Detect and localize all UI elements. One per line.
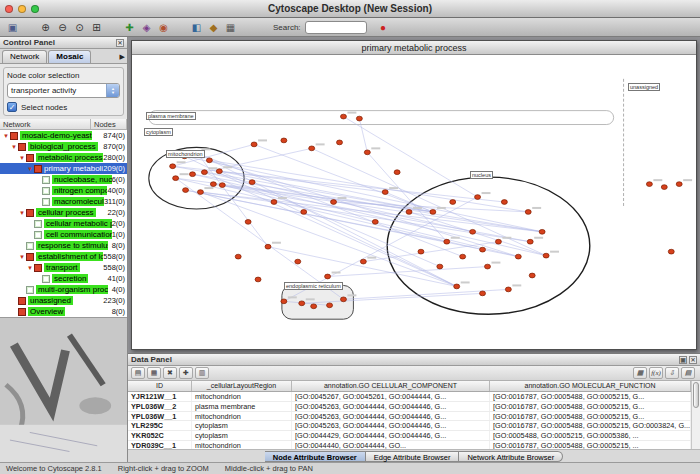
tree-row[interactable]: ▼ metabolic process 280(0) (0, 152, 127, 163)
tree-row[interactable]: nucleobase, nucleoside, nucleotide and n… (0, 174, 127, 185)
tree-row[interactable]: unassigned 223(0) (0, 295, 127, 306)
table-row[interactable]: YKR052C cytoplasm [GO:0044429, GO:004444… (128, 431, 691, 441)
file-icon[interactable]: ▤ (681, 367, 695, 379)
cell-component: [GO:0045263, GO:0044444, GO:0044446, G..… (292, 421, 490, 430)
formula-builder-icon[interactable]: f(x) (649, 367, 663, 379)
tree-row[interactable]: response to stimulus 8(0) (0, 240, 127, 251)
expand-arrow-icon[interactable]: ▼ (26, 265, 34, 271)
network-view-window[interactable]: primary metabolic process plasma membran… (131, 40, 697, 350)
tree-row[interactable]: macromolecule metabolic process 311(0) (0, 196, 127, 207)
close-control-panel-icon[interactable]: ✕ (116, 39, 124, 47)
tree-node-count: 8(0) (112, 307, 127, 316)
column-header-id[interactable]: ID (128, 381, 192, 391)
scrollbar-thumb[interactable] (693, 382, 699, 408)
import-attributes-icon[interactable]: ⇩ (665, 367, 679, 379)
table-row[interactable]: YLR295C cytoplasm [GO:0045263, GO:004444… (128, 421, 691, 431)
rename-attribute-icon[interactable]: ✚ (179, 367, 193, 379)
tree-row[interactable]: ▼ establishment of localization 558(0) (0, 251, 127, 262)
tree-row[interactable]: cell communication 1(0) (0, 229, 127, 240)
grid-icon[interactable]: ▦ (222, 19, 239, 35)
column-header-region[interactable]: _cellularLayoutRegion (192, 381, 292, 391)
tree-row[interactable]: ▼ mosaic-demo-yeast 874(0) (0, 130, 127, 141)
tree-row[interactable]: ▼ transport 558(0) (0, 262, 127, 273)
tab-overflow-arrow-icon[interactable]: ▶ (120, 53, 125, 63)
tree-node-count: 209(0) (103, 164, 127, 173)
expand-arrow-icon[interactable]: ▼ (18, 155, 26, 161)
control-panel: Control Panel ✕ NetworkMosaic ▶ Node col… (0, 37, 128, 462)
expand-arrow-icon[interactable]: ▼ (2, 133, 10, 139)
network-node-icon (42, 187, 50, 195)
tree-label: cellular process (36, 208, 96, 217)
select-nodes-checkbox[interactable]: ✓ (7, 102, 17, 112)
vizmapper-icon[interactable]: ◈ (138, 19, 155, 35)
table-row[interactable]: YPL036W__1 mitochondrion [GO:0045263, GO… (128, 412, 691, 422)
annotation-icon[interactable]: ✚ (121, 19, 138, 35)
attribute-browser-tab[interactable]: Node Attribute Browser (265, 451, 366, 462)
save-session-icon[interactable]: ▣ (4, 19, 21, 35)
tree-row[interactable]: Overview 8(0) (0, 306, 127, 317)
cell-region: mitochondrion (192, 412, 292, 421)
zoom-in-icon[interactable]: ⊕ (37, 19, 54, 35)
select-attributes-icon[interactable]: ▤ (131, 367, 145, 379)
attribute-matrix-icon[interactable]: ▦ (633, 367, 647, 379)
tree-label: metabolic process (36, 153, 103, 162)
record-icon[interactable]: ● (375, 19, 392, 35)
attribute-browser-tab[interactable]: Network Attribute Browser (459, 451, 563, 462)
tree-header-network[interactable]: Network (0, 119, 91, 129)
node-color-dropdown[interactable]: transporter activity ▲▼ (7, 83, 120, 98)
network-view-title: primary metabolic process (361, 43, 466, 53)
network-view-titlebar[interactable]: primary metabolic process (132, 41, 696, 55)
toolbar-icon-glyph: ⊙ (75, 22, 83, 33)
search-label: Search: (273, 23, 301, 32)
attribute-browser-tab[interactable]: Edge Attribute Browser (366, 451, 460, 462)
expand-arrow-icon[interactable]: ▼ (10, 144, 18, 150)
clear-attribute-icon[interactable]: ▥ (195, 367, 209, 379)
tree-row[interactable]: nitrogen compound metabolic process 40(0… (0, 185, 127, 196)
layout-icon[interactable]: ◉ (155, 19, 172, 35)
column-header-component[interactable]: annotation.GO CELLULAR_COMPONENT (292, 381, 490, 391)
column-header-function[interactable]: annotation.GO MOLECULAR_FUNCTION (490, 381, 691, 391)
expand-arrow-icon[interactable]: ▼ (18, 254, 26, 260)
table-row[interactable]: YPL036W__2 plasma membrane [GO:0045263, … (128, 402, 691, 412)
main-toolbar: ▣ ⊕ ⊖ ⊙ ⊞ ✚ ◈ ◉ ◧ ◆ ▦ Search: ● (0, 18, 700, 37)
tree-label: transport (44, 263, 80, 272)
network-node-icon (42, 176, 50, 184)
expand-arrow-icon[interactable]: ▼ (18, 210, 26, 216)
zoom-fit-icon[interactable]: ⊞ (88, 19, 105, 35)
attribute-toolbar-right-icons: ▦f(x)⇩▤ (633, 367, 697, 379)
cell-id: YPL036W__1 (128, 412, 192, 421)
data-panel-title: Data Panel (131, 355, 172, 364)
tree-label: macromolecule metabolic process (52, 197, 104, 206)
float-panel-icon[interactable]: ▣ (679, 356, 687, 364)
tree-header-nodes[interactable]: Nodes (91, 119, 127, 129)
network-nodes[interactable] (170, 112, 692, 309)
search-input[interactable] (305, 21, 367, 34)
delete-attribute-icon[interactable]: ✖ (163, 367, 177, 379)
toolbar-icon-glyph: ◈ (143, 22, 151, 33)
zoom-out-icon[interactable]: ⊖ (54, 19, 71, 35)
birdseye-view[interactable] (0, 317, 127, 462)
tab[interactable]: Mosaic (48, 50, 91, 63)
cell-component: [GO:0044429, GO:0044444, GO:0044446, G..… (292, 431, 490, 440)
create-attribute-icon[interactable]: ▦ (147, 367, 161, 379)
close-panel-icon[interactable]: ✕ (689, 356, 697, 364)
manage-plugins-icon[interactable]: ◧ (188, 19, 205, 35)
tab[interactable]: Network (2, 50, 47, 63)
expand-arrow-icon[interactable]: ▼ (26, 166, 34, 172)
zoom-selected-icon[interactable]: ⊙ (71, 19, 88, 35)
table-scrollbar[interactable] (691, 381, 700, 449)
tree-row[interactable]: ▼ cellular process 22(0) (0, 207, 127, 218)
network-canvas[interactable]: plasma membrane cytoplasm mitochondrion … (132, 55, 696, 349)
table-row[interactable]: YJR121W__1 mitochondrion [GO:0045267, GO… (128, 392, 691, 402)
node-color-selection-label: Node color selection (7, 71, 120, 80)
cygoose-icon[interactable]: ◆ (205, 19, 222, 35)
cell-component: [GO:0045263, GO:0044444, GO:0044446, G..… (292, 412, 490, 421)
tree-row[interactable]: ▼ biological_process 870(0) (0, 141, 127, 152)
network-node-icon (26, 154, 34, 162)
tree-row[interactable]: cellular metabolic process 2(0) (0, 218, 127, 229)
tree-row[interactable]: ▼ primary metabolic process 209(0) (0, 163, 127, 174)
table-row[interactable]: YDR039C__1 mitochondrion [GO:0044440, GO… (128, 441, 691, 449)
window-title: Cytoscape Desktop (New Session) (0, 3, 700, 14)
tree-row[interactable]: secretion 41(0) (0, 273, 127, 284)
tree-row[interactable]: multi-organism process 4(0) (0, 284, 127, 295)
